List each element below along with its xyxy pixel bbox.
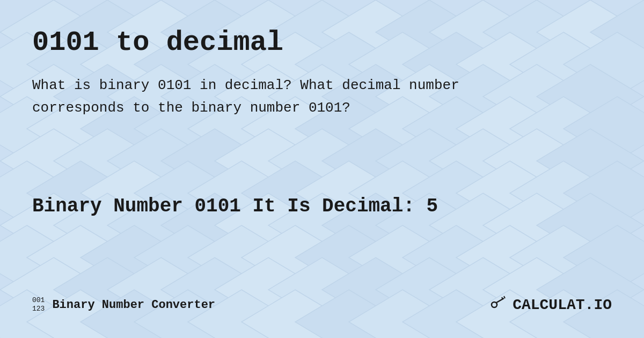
description-text: What is binary 0101 in decimal? What dec… [32, 75, 462, 119]
page-title: 0101 to decimal [32, 27, 612, 58]
footer-right: CALCULAT.IO [489, 293, 612, 317]
description-line2: corresponds to the binary number 0101? [32, 100, 350, 116]
svg-point-117 [492, 302, 497, 307]
binary-icon-top: 001 [32, 296, 45, 305]
binary-icon-bottom: 123 [32, 305, 45, 313]
result-text: Binary Number 0101 It Is Decimal: 5 [32, 195, 612, 217]
svg-line-120 [504, 296, 505, 298]
top-section: 0101 to decimal What is binary 0101 in d… [32, 27, 612, 141]
calculator-icon [489, 293, 508, 317]
description-line1: What is binary 0101 in decimal? What dec… [32, 77, 459, 93]
footer: 001 123 Binary Number Converter CALCULAT… [32, 293, 612, 317]
footer-left: 001 123 Binary Number Converter [32, 296, 215, 313]
binary-number-icon: 001 123 [32, 296, 45, 313]
result-section: Binary Number 0101 It Is Decimal: 5 [32, 195, 612, 239]
footer-label: Binary Number Converter [52, 298, 215, 312]
brand-text: CALCULAT.IO [513, 297, 612, 313]
